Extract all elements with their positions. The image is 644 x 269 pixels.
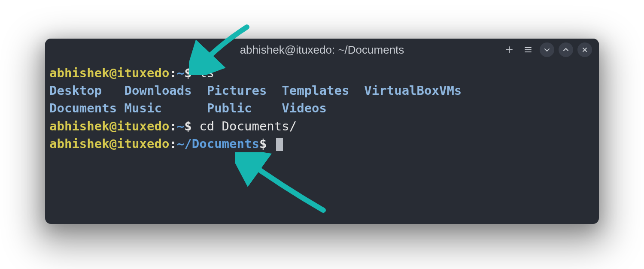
directory-name: Templates: [282, 83, 364, 98]
prompt-path: ~/Documents: [177, 136, 259, 151]
window-title: abhishek@ituxedo: ~/Documents: [240, 43, 404, 57]
terminal-window: abhishek@ituxedo: ~/Documents abhishek@i…: [45, 39, 599, 224]
titlebar-controls: [502, 42, 592, 57]
prompt-at: @: [109, 66, 117, 80]
minimize-button[interactable]: [540, 42, 554, 57]
prompt-host: ituxedo: [117, 136, 169, 151]
titlebar: abhishek@ituxedo: ~/Documents: [45, 39, 599, 61]
prompt-colon: :: [169, 66, 176, 80]
ls-output-row: Documents Music Public Videos: [49, 100, 595, 117]
prompt-line: abhishek@ituxedo:~/Documents$: [49, 135, 595, 153]
prompt-colon: :: [169, 119, 176, 133]
directory-name: Pictures: [207, 83, 282, 98]
maximize-button[interactable]: [559, 42, 573, 57]
prompt-user: abhishek: [49, 119, 109, 133]
menu-button[interactable]: [521, 42, 535, 57]
prompt-path: ~: [177, 119, 184, 133]
chevron-up-icon: [562, 46, 569, 53]
directory-name: VirtualBoxVMs: [364, 83, 462, 98]
prompt-user: abhishek: [49, 66, 109, 80]
prompt-line: abhishek@ituxedo:~$ ls: [49, 64, 595, 82]
new-tab-button[interactable]: [502, 42, 516, 57]
prompt-host: ituxedo: [117, 119, 169, 133]
hamburger-icon: [524, 45, 532, 54]
prompt-user: abhishek: [49, 136, 109, 151]
prompt-host: ituxedo: [117, 66, 169, 80]
chevron-down-icon: [544, 46, 550, 53]
close-button[interactable]: [577, 42, 592, 57]
cursor-block: [276, 138, 283, 151]
command-text: ls: [199, 66, 214, 80]
prompt-colon: :: [169, 136, 176, 151]
directory-name: Documents: [49, 101, 125, 115]
prompt-path: ~: [177, 66, 184, 80]
directory-name: Videos: [282, 101, 327, 115]
directory-name: Downloads: [125, 83, 207, 98]
prompt-dollar: $: [259, 136, 274, 151]
directory-name: Music: [125, 101, 207, 115]
prompt-dollar: $: [184, 66, 199, 80]
ls-output-row: Desktop Downloads Pictures Templates Vir…: [49, 82, 595, 100]
command-text: cd Documents/: [199, 119, 297, 133]
close-icon: [582, 47, 588, 53]
directory-name: Public: [207, 101, 282, 115]
prompt-at: @: [109, 136, 117, 151]
directory-name: Desktop: [49, 83, 125, 98]
terminal-body[interactable]: abhishek@ituxedo:~$ ls Desktop Downloads…: [45, 61, 599, 224]
prompt-dollar: $: [184, 119, 199, 133]
plus-icon: [505, 45, 513, 54]
prompt-at: @: [109, 119, 117, 133]
prompt-line: abhishek@ituxedo:~$ cd Documents/: [49, 118, 595, 135]
